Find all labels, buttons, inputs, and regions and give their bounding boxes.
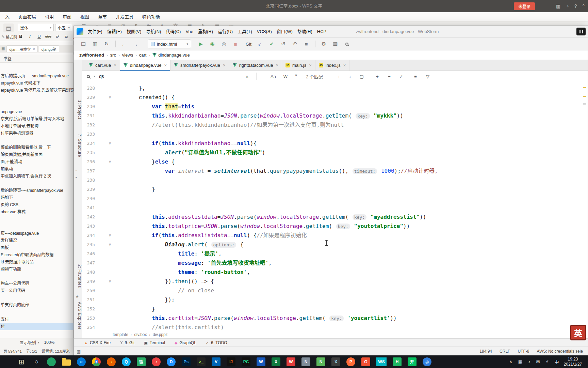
wps-doc-tab-1[interactable]: django笔: [39, 45, 59, 52]
close-icon[interactable]: ×: [276, 63, 278, 68]
code-line[interactable]: 242 this.addresslistdata=JSON.parse(wind…: [82, 212, 588, 221]
bookmark-item[interactable]: [0, 137, 74, 144]
underline-button[interactable]: U: [36, 33, 42, 40]
element-breadcrumb-0[interactable]: template: [113, 332, 128, 337]
code-line[interactable]: 233: [82, 129, 588, 139]
webstorm-menu-7[interactable]: 运行(U): [215, 26, 235, 37]
taskbar-app-pycharm[interactable]: PC: [242, 357, 250, 366]
sync-icon[interactable]: ↻: [102, 40, 111, 48]
taskbar-app-webstorm[interactable]: WS: [376, 357, 387, 366]
bookmark-item[interactable]: [0, 273, 74, 280]
bookmark-item[interactable]: 单支付页的底部: [0, 302, 74, 309]
code-line[interactable]: 238: [82, 175, 588, 185]
tab-smdnafterpayok.vue[interactable]: smdnafterpayok.vue×: [170, 60, 229, 71]
bookmark-item[interactable]: 发样情况: [0, 237, 74, 244]
webstorm-menu-8[interactable]: 工具(T): [235, 26, 255, 37]
bookmark-item[interactable]: 页----detailspage.vue: [0, 230, 74, 237]
code-line[interactable]: 240: [82, 194, 588, 203]
add-occurrence-button[interactable]: +: [374, 71, 381, 82]
bookmark-item[interactable]: 购物车功能: [0, 266, 74, 273]
bookmark-item[interactable]: 物车---公用代码: [0, 280, 74, 287]
wps-menu-item-3[interactable]: 审阅: [58, 12, 76, 22]
breadcrumb-item-0[interactable]: zwlfrontend: [79, 52, 104, 58]
bookmark-item[interactable]: 页的 CSS,: [0, 201, 74, 209]
taskbar-app-notepad[interactable]: N: [301, 357, 310, 366]
ime-badge[interactable]: 英: [570, 325, 586, 340]
wps-menu-item-0[interactable]: 入: [1, 12, 14, 22]
code-line[interactable]: 235 alert("订单值为Null,不做任何动作"): [82, 148, 588, 157]
bookmark-item[interactable]: [0, 294, 74, 302]
multiline-toggle[interactable]: ≡: [412, 71, 419, 82]
webstorm-menu-6[interactable]: 重构(R): [196, 26, 215, 37]
toolwindow-stripe-item-2[interactable]: 2: Favorites: [74, 264, 82, 288]
taskbar-app-devtools[interactable]: 开: [408, 357, 416, 366]
code-line[interactable]: 234∨ if(this.kkkdindanbianhao==null){: [82, 139, 588, 148]
bookmark-item[interactable]: 码如下: [0, 194, 74, 201]
fold-marker[interactable]: ∨: [107, 139, 113, 148]
tool-graphql[interactable]: ◈GraphQL: [175, 340, 196, 345]
code-line[interactable]: 229∨ created() {: [82, 93, 588, 102]
code-line[interactable]: 232 //alert(this.kkkdindanbianhao)//如果为第…: [82, 120, 588, 129]
code-line[interactable]: 241: [82, 203, 588, 212]
code-line[interactable]: 252 }: [82, 304, 588, 313]
breadcrumb-item-1[interactable]: src: [110, 52, 116, 58]
caret-position[interactable]: 184:94: [479, 349, 492, 354]
select-occurrences-button[interactable]: ✓: [397, 71, 405, 82]
wps-collapse-icon[interactable]: ^: [582, 0, 585, 12]
run-icon[interactable]: ▶: [197, 40, 205, 48]
taskbar-app-wechat[interactable]: 微: [137, 357, 146, 366]
bookmark-item[interactable]: erpayok.vue 代码如下: [0, 80, 74, 87]
wps-menu-item-6[interactable]: 开发工具: [111, 12, 138, 22]
tab-cart.vue[interactable]: cart.vue×: [85, 60, 120, 71]
shelve-icon[interactable]: ≡: [302, 40, 310, 48]
show-desktop-button[interactable]: [586, 355, 588, 368]
bookmark-item[interactable]: id 去数据库取商品: [0, 259, 74, 266]
code-line[interactable]: 228 },: [82, 83, 588, 93]
bookmarks-panel-header[interactable]: 书签: [0, 55, 74, 63]
tray-expand-icon[interactable]: ∧: [509, 359, 512, 364]
aws-status[interactable]: AWS: No credentials sele: [537, 349, 583, 354]
tray-sound-icon[interactable]: ♪: [528, 359, 530, 364]
settings-icon[interactable]: ⚙: [320, 40, 328, 48]
wps-history-icon[interactable]: ◔: [566, 0, 569, 12]
superscript-button[interactable]: x²: [54, 33, 61, 40]
bold-button[interactable]: B: [18, 33, 24, 40]
update-project-icon[interactable]: ↙: [256, 40, 264, 48]
layout-icon[interactable]: ▦: [331, 40, 339, 48]
taskbar-app-word[interactable]: W: [257, 357, 265, 366]
bookmark-item[interactable]: 支付: [0, 316, 74, 323]
taskbar-app-music[interactable]: ♪: [152, 357, 161, 366]
open-results-button[interactable]: ▢: [358, 71, 365, 82]
start-button[interactable]: ⊞: [17, 357, 26, 366]
code-line[interactable]: 247 message: '首先去填写收货地址吧',: [82, 258, 588, 267]
webstorm-menu-1[interactable]: 编辑(E): [105, 26, 124, 37]
taskbar-app-green[interactable]: [47, 357, 56, 366]
fold-marker[interactable]: ∨: [107, 231, 113, 240]
webstorm-menu-9[interactable]: VCS(S): [255, 26, 274, 37]
fold-marker[interactable]: ∨: [107, 157, 113, 166]
filter-button[interactable]: ▽: [424, 71, 431, 82]
webstorm-menu-10[interactable]: 窗口(W): [274, 26, 295, 37]
toolwindow-stripe-item-1[interactable]: 7: Structure: [74, 134, 82, 157]
format-painter-button[interactable]: ✎ 格式刷: [1, 34, 17, 40]
coverage-icon[interactable]: ◎: [220, 40, 228, 48]
close-icon[interactable]: ×: [223, 63, 226, 68]
webstorm-menu-11[interactable]: 帮助(H): [295, 26, 315, 37]
taskbar-app-dingtalk[interactable]: D: [167, 357, 176, 366]
code-line[interactable]: 248 theme: 'round-button',: [82, 267, 588, 277]
scrollbar-warning-mark[interactable]: [583, 87, 586, 88]
fold-marker[interactable]: ∨: [107, 277, 113, 286]
bookmark-item[interactable]: E created()中取该商品的数据: [0, 251, 74, 259]
wps-menu-item-4[interactable]: 视图: [76, 12, 94, 22]
code-line[interactable]: 251 });: [82, 295, 588, 304]
words-toggle[interactable]: W: [282, 71, 289, 82]
code-editor[interactable]: 228 },229∨ created() {230 var that=this2…: [82, 82, 588, 331]
remove-occurrence-button[interactable]: −: [386, 71, 393, 82]
tab-list-icon[interactable]: ▦: [1, 46, 5, 51]
tab-rightdatacom.vue[interactable]: rightdatacom.vue×: [229, 60, 282, 71]
tab-main.js[interactable]: JSmain.js×: [282, 60, 315, 71]
close-icon[interactable]: ×: [309, 63, 312, 68]
close-icon[interactable]: ×: [343, 63, 346, 68]
taskbar-app-vscode[interactable]: V: [212, 357, 220, 366]
match-case-toggle[interactable]: Aa: [269, 71, 278, 82]
